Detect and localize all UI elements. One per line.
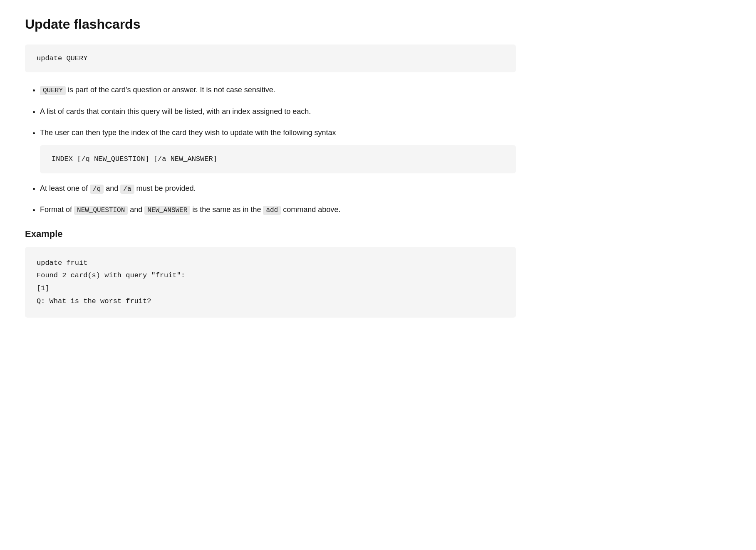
list-item: Format of NEW_QUESTION and NEW_ANSWER is… [40,204,516,216]
bullet-text-part2: and [128,205,144,214]
bullet-text-part2: and [104,184,120,192]
new-answer-code: NEW_ANSWER [144,206,190,215]
example-code-block: update fruit Found 2 card(s) with query … [25,247,516,318]
list-item: A list of cards that contain this query … [40,106,516,118]
example-heading: Example [25,229,516,239]
bullet-text-after: is part of the card's question or answer… [66,86,275,94]
slash-q-code: /q [90,185,104,194]
query-code: QUERY [40,86,66,95]
bullet-text-part1: At least one of [40,184,90,192]
index-syntax-block: INDEX [/q NEW_QUESTION] [/a NEW_ANSWER] [40,145,516,173]
command-syntax-block: update QUERY [25,44,516,72]
new-question-code: NEW_QUESTION [74,206,128,215]
add-code: add [263,206,281,215]
bullets-list: QUERY is part of the card's question or … [25,84,516,216]
bullet-text-part1: Format of [40,205,74,214]
bullet-text-part3: is the same as in the [190,205,263,214]
page-title: Update flashcards [25,17,516,32]
bullet-text: The user can then type the index of the … [40,128,336,137]
bullet-text-part3: must be provided. [134,184,196,192]
list-item: The user can then type the index of the … [40,127,516,173]
bullet-text: A list of cards that contain this query … [40,107,311,116]
bullet-text-part4: command above. [281,205,340,214]
list-item: QUERY is part of the card's question or … [40,84,516,96]
slash-a-code: /a [120,185,134,194]
list-item: At least one of /q and /a must be provid… [40,183,516,195]
